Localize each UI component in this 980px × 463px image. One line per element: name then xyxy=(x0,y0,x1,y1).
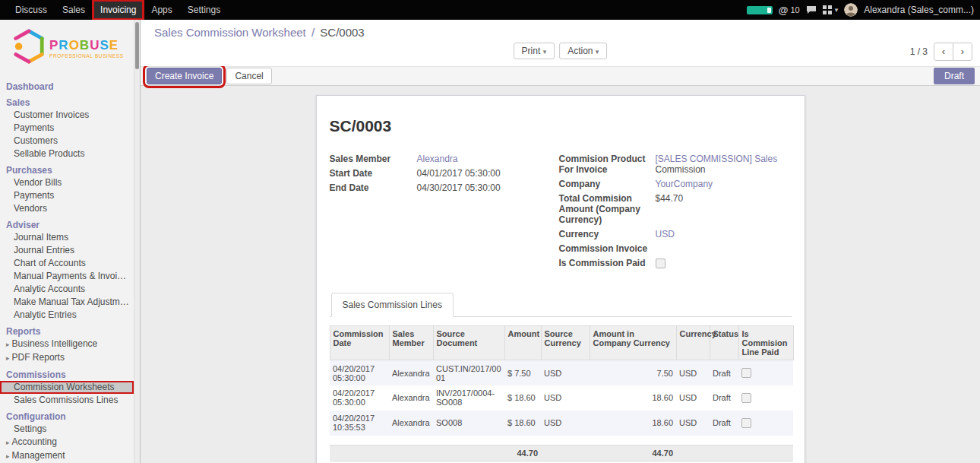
activity-count[interactable]: 10 xyxy=(790,5,799,14)
table-row[interactable]: 04/20/2017 05:30:00AlexandraINV/2017/000… xyxy=(330,385,793,411)
sidebar-section-purchases[interactable]: Purchases xyxy=(0,163,134,176)
cell-amount-company: 7.50 xyxy=(590,360,676,385)
field-row-end-date: End Date04/30/2017 05:30:00 xyxy=(330,182,559,193)
line-paid-checkbox[interactable] xyxy=(741,418,751,428)
sidebar-item-management[interactable]: ▸Management xyxy=(0,449,134,463)
status-badge[interactable]: Draft xyxy=(934,68,975,84)
sidebar-item-journal-items[interactable]: Journal Items xyxy=(0,231,134,244)
sidebar-item-pdf-reports[interactable]: ▸PDF Reports xyxy=(0,351,134,365)
create-invoice-button[interactable]: Create Invoice xyxy=(147,68,222,84)
sidebar-section-sales[interactable]: Sales xyxy=(0,95,134,109)
topbar-systray: @ 10 ▾ Alexandra (Sales_comm...) xyxy=(747,3,980,17)
field-label-company: Company xyxy=(559,179,656,189)
sidebar-item-commission-worksheets[interactable]: Commission Worksheets xyxy=(0,381,134,394)
tab-sales-commission-lines[interactable]: Sales Commission Lines xyxy=(331,293,454,317)
breadcrumb-parent[interactable]: Sales Commission Worksheet xyxy=(154,26,306,39)
field-link-currency[interactable]: USD xyxy=(656,229,675,239)
field-label-commision-product-for-invoice: Commision Product For Invoice xyxy=(559,154,656,175)
sidebar-item-customers[interactable]: Customers xyxy=(0,135,134,147)
sidebar-item-sellable-products[interactable]: Sellable Products xyxy=(0,147,134,160)
checkbox-is-commission-paid[interactable] xyxy=(656,258,665,268)
sidebar: PROBUSE PROFESSIONAL BUSINESS DashboardS… xyxy=(0,20,141,463)
field-link-company[interactable]: YourCompany xyxy=(656,179,713,189)
sidebar-item-analytic-entries[interactable]: Analytic Entries xyxy=(0,309,134,322)
menu-apps[interactable]: Apps xyxy=(144,0,179,20)
chevron-down-icon: ▾ xyxy=(835,6,839,14)
form-sheet: SC/0003 Sales MemberAlexandraStart Date0… xyxy=(316,95,805,463)
line-paid-checkbox[interactable] xyxy=(741,368,751,378)
pager-previous-button[interactable]: ‹ xyxy=(934,43,953,61)
sidebar-item-chart-of-accounts[interactable]: Chart of Accounts xyxy=(0,257,134,270)
record-title: SC/0003 xyxy=(330,117,792,135)
column-header-status[interactable]: Status xyxy=(710,326,738,360)
sidebar-section-dashboard[interactable]: Dashboard xyxy=(0,79,134,93)
column-header-source-document[interactable]: Source Document xyxy=(433,326,504,360)
activities-icon[interactable]: @ xyxy=(779,5,789,16)
menu-sales[interactable]: Sales xyxy=(55,0,93,20)
sidebar-item-journal-entries[interactable]: Journal Entries xyxy=(0,244,134,257)
field-link-sales-member[interactable]: Alexandra xyxy=(417,154,458,164)
action-button[interactable]: Action ▾ xyxy=(559,43,607,59)
cell-source-currency: USD xyxy=(541,411,590,436)
sidebar-item-label: Sales Commissions Lines xyxy=(14,395,118,405)
column-header-amount[interactable]: Amount xyxy=(504,326,541,360)
sidebar-item-label: Analytic Accounts xyxy=(14,284,85,294)
field-label-end-date: End Date xyxy=(330,182,417,193)
sidebar-item-payments[interactable]: Payments xyxy=(0,122,134,135)
column-header-sales-member[interactable]: Sales Member xyxy=(389,326,433,360)
cancel-button[interactable]: Cancel xyxy=(226,68,271,84)
sidebar-item-analytic-accounts[interactable]: Analytic Accounts xyxy=(0,283,134,296)
sidebar-item-sales-commissions-lines[interactable]: Sales Commissions Lines xyxy=(0,394,134,407)
column-header-currency[interactable]: Currency xyxy=(676,326,710,360)
sidebar-item-label: Make Manual Tax Adjustme... xyxy=(14,297,133,307)
line-paid-checkbox[interactable] xyxy=(741,393,751,403)
sidebar-item-customer-invoices[interactable]: Customer Invoices xyxy=(0,109,134,122)
scrollbar-thumb[interactable] xyxy=(135,22,139,69)
cell-sales-member: Alexandra xyxy=(389,385,433,411)
field-label-start-date: Start Date xyxy=(330,168,417,179)
screen: { "topbar": { "menus": [ {"label": "Disc… xyxy=(0,0,980,463)
action-button-label: Action xyxy=(567,46,593,56)
pager: 1 / 3 ‹› xyxy=(910,43,972,61)
cell-commission-date: 04/20/2017 05:30:00 xyxy=(330,385,389,411)
timer-gauge-icon xyxy=(747,6,773,14)
menu-discuss[interactable]: Discuss xyxy=(8,0,55,20)
field-link-commision-product-for-invoice[interactable]: [SALES COMMISSION] Sales xyxy=(656,154,778,164)
sidebar-section-reports[interactable]: Reports xyxy=(0,324,134,338)
sidebar-section-commissions[interactable]: Commissions xyxy=(0,367,134,381)
print-button[interactable]: Print ▾ xyxy=(514,43,555,59)
menu-invoicing[interactable]: Invoicing xyxy=(93,0,144,20)
sidebar-item-label: Settings xyxy=(14,423,46,434)
sidebar-item-manual-payments-invoice[interactable]: Manual Payments & Invoice... xyxy=(0,270,134,283)
apps-grid-icon[interactable] xyxy=(823,5,832,14)
sidebar-item-accounting[interactable]: ▸Accounting xyxy=(0,436,134,449)
sidebar-section-adviser[interactable]: Adviser xyxy=(0,217,134,231)
sidebar-item-payments[interactable]: Payments xyxy=(0,189,134,202)
column-header-source-currency[interactable]: Source Currency xyxy=(541,326,590,360)
table-row[interactable]: 04/20/2017 10:35:53AlexandraSO008$ 18.60… xyxy=(330,411,793,436)
column-header-amount-in-company-currency[interactable]: Amount in Company Currency xyxy=(590,326,676,360)
sidebar-item-settings[interactable]: Settings xyxy=(0,423,134,436)
sidebar-item-vendor-bills[interactable]: Vendor Bills xyxy=(0,176,134,189)
cell-amount: $ 18.60 xyxy=(504,411,541,436)
cell-line-paid xyxy=(738,411,793,436)
column-header-commission-date[interactable]: Commission Date xyxy=(330,326,389,360)
sidebar-section-configuration[interactable]: Configuration xyxy=(0,409,134,423)
sidebar-scrollbar[interactable] xyxy=(134,20,140,463)
pager-next-button[interactable]: › xyxy=(953,43,972,61)
fields-right: Commision Product For Invoice[SALES COMM… xyxy=(559,154,792,272)
avatar[interactable] xyxy=(844,3,858,17)
sidebar-item-business-intelligence[interactable]: ▸Business Intelligence xyxy=(0,338,134,351)
menu-settings[interactable]: Settings xyxy=(180,0,228,20)
app-logo: PROBUSE PROFESSIONAL BUSINESS xyxy=(0,20,140,77)
table-head-row: Commission DateSales MemberSource Docume… xyxy=(330,326,793,360)
column-header-is-commision-line-paid[interactable]: Is Commision Line Paid xyxy=(738,326,793,360)
sidebar-item-label: Vendor Bills xyxy=(14,177,62,188)
table-row[interactable]: 04/20/2017 05:30:00AlexandraCUST.IN/2017… xyxy=(330,360,793,385)
sidebar-item-vendors[interactable]: Vendors xyxy=(0,202,134,215)
topbar: DiscussSalesInvoicingAppsSettings @ 10 ▾… xyxy=(0,0,980,20)
user-menu[interactable]: Alexandra (Sales_comm...) xyxy=(864,5,974,15)
messages-icon[interactable] xyxy=(806,5,817,14)
sidebar-item-make-manual-tax-adjustme[interactable]: Make Manual Tax Adjustme... xyxy=(0,296,134,309)
logo-text: PROBUSE PROFESSIONAL BUSINESS xyxy=(49,39,124,59)
